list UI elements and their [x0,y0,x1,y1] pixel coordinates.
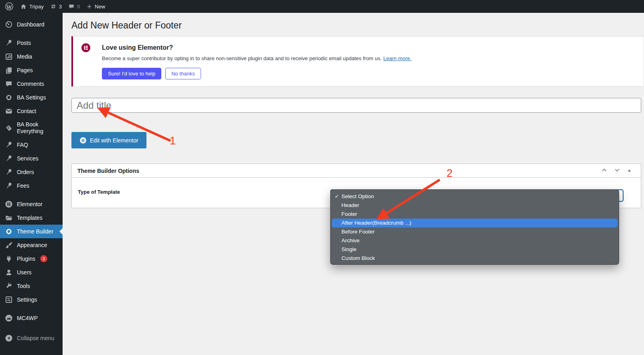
plus-icon [86,4,92,10]
dashboard-icon [5,20,13,28]
sidebar-item-templates[interactable]: Templates [0,211,63,225]
site-link[interactable]: Tripay [20,3,44,10]
page-title: Add New Header or Footer [71,20,182,31]
dropdown-option-custom-block[interactable]: Custom Block [332,254,618,263]
selected-check-icon [335,192,339,201]
toggle-panel-icon[interactable] [624,166,635,176]
sidebar-item-comments[interactable]: Comments [0,77,63,91]
dropdown-option-archive[interactable]: Archive [332,236,618,245]
dropdown-option-select-option[interactable]: Select Option [332,192,618,201]
pages-icon [5,66,13,74]
wrench-icon [5,282,13,290]
template-type-dropdown: Select Option Header Footer After Header… [330,189,619,265]
dropdown-option-before-footer[interactable]: Before Footer [332,227,618,236]
elementor-logo-icon [81,43,91,53]
pushpin-icon [5,168,13,176]
notice-body: Become a super contributor by opting in … [102,55,411,61]
dropdown-option-footer[interactable]: Footer [332,210,618,219]
elementor-logo-icon [79,137,87,144]
envelope-icon [5,107,13,115]
gear-icon [5,93,13,101]
admin-sidebar: Dashboard Posts Media Pages Comments BA … [0,13,63,355]
sidebar-item-pages[interactable]: Pages [0,63,63,77]
sidebar-item-ba-settings[interactable]: BA Settings [0,91,63,104]
title-input[interactable] [71,98,641,113]
dropdown-option-header[interactable]: Header [332,201,618,210]
wordpress-menu[interactable] [5,2,14,11]
decline-data-sharing-button[interactable]: No thanks [165,68,201,79]
site-name: Tripay [29,4,44,10]
collapse-menu-button[interactable]: Collapse menu [0,331,63,345]
gear-icon [5,227,13,235]
metabox-header: Theme Builder Options [72,164,641,178]
elementor-notice: Love using Elementor? Become a super con… [71,36,644,87]
user-icon [5,268,13,276]
brush-icon [5,241,13,249]
sidebar-item-settings[interactable]: Settings [0,293,63,306]
metabox-title: Theme Builder Options [77,168,598,174]
field-label-type-of-template: Type of Template [78,189,120,195]
annotation-step-1: 1 [170,135,176,147]
sidebar-item-faq[interactable]: FAQ [0,138,63,152]
sidebar-item-services[interactable]: Services [0,152,63,165]
pushpin-icon [5,154,13,162]
new-content-link[interactable]: New [86,4,105,10]
elementor-icon [5,200,13,208]
sidebar-item-appearance[interactable]: Appearance [0,238,63,252]
book-icon [5,124,13,132]
mc4wp-icon [5,314,13,322]
sliders-icon [5,296,13,304]
sidebar-separator [0,31,63,36]
folder-icon [5,214,13,222]
sidebar-item-users[interactable]: Users [0,266,63,279]
sidebar-separator [0,193,63,197]
pushpin-icon [5,182,13,190]
sidebar-item-ba-book-everything[interactable]: BA Book Everything [0,118,63,138]
media-icon [5,53,13,61]
move-up-icon[interactable] [598,166,611,176]
sidebar-item-orders[interactable]: Orders [0,165,63,179]
sidebar-item-plugins[interactable]: Plugins 3 [0,252,63,266]
plugins-update-badge: 3 [40,255,47,262]
plug-icon [5,255,13,263]
dropdown-option-after-header[interactable]: After Header(Breadcrumb ...) [332,219,618,227]
edit-with-elementor-button[interactable]: Edit with Elementor [71,132,146,148]
accept-data-sharing-button[interactable]: Sure! I'd love to help [102,68,161,79]
updates-count: 3 [59,4,62,10]
collapse-arrow-icon [5,334,13,342]
sidebar-item-posts[interactable]: Posts [0,36,63,50]
updates-icon [50,3,57,10]
comments-link[interactable]: 0 [68,3,80,10]
pushpin-icon [5,141,13,149]
comment-bubble-icon [68,3,75,10]
updates-link[interactable]: 3 [50,3,62,10]
comments-icon [5,80,13,88]
sidebar-item-theme-builder[interactable]: Theme Builder [0,225,63,238]
sidebar-item-mc4wp[interactable]: MC4WP [0,311,63,325]
wordpress-logo-icon [5,2,14,11]
dropdown-option-single[interactable]: Single [332,245,618,254]
sidebar-item-elementor[interactable]: Elementor [0,197,63,211]
comments-count: 0 [77,4,80,10]
sidebar-item-media[interactable]: Media [0,50,63,63]
sidebar-separator [0,306,63,311]
admin-bar: Tripay 3 0 New [0,0,644,13]
sidebar-item-fees[interactable]: Fees [0,179,63,193]
home-icon [20,3,27,10]
sidebar-item-tools[interactable]: Tools [0,279,63,293]
new-label: New [95,4,105,10]
learn-more-link[interactable]: Learn more. [383,55,411,61]
sidebar-item-contact[interactable]: Contact [0,104,63,118]
pushpin-icon [5,39,13,47]
sidebar-item-dashboard[interactable]: Dashboard [0,18,63,31]
move-down-icon[interactable] [611,166,624,176]
notice-title: Love using Elementor? [102,44,173,51]
